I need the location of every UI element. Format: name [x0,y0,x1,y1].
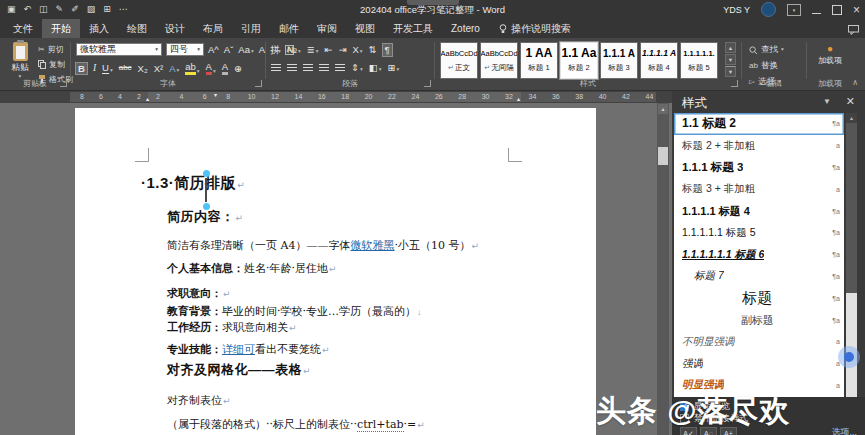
clipboard-dialog-launcher-icon[interactable] [60,80,67,87]
hyperlink[interactable]: 微软雅黑 [350,239,394,252]
hyperlink[interactable]: 详细可 [222,343,255,356]
underline-button[interactable]: U▾ [102,63,113,74]
align-right-icon[interactable] [303,64,313,72]
paste-button[interactable]: 粘贴 ▾ [5,42,35,80]
save-icon[interactable]: ▣ [7,5,16,14]
gallery-scroll-down-icon[interactable]: ▼ [725,54,736,65]
text-effects-button[interactable]: A▾ [169,64,179,74]
avatar[interactable] [761,2,776,17]
style-item-不明显强调[interactable]: 不明显强调a [674,331,844,353]
left-indent-marker[interactable]: ▴ [146,96,149,102]
bullets-icon[interactable]: ∷▾ [271,45,281,55]
highlight-color-button[interactable]: ab▾ [185,62,199,75]
styles-options-link[interactable]: 选项... [831,426,857,435]
cut-button[interactable]: ✂剪切 [38,44,73,55]
gallery-more-icon[interactable]: ▼ [725,66,736,77]
line-spacing-icon[interactable]: ⇕▾ [351,63,363,73]
enclose-characters-button[interactable]: ⊕ [234,64,242,74]
scroll-up-icon[interactable]: ▲ [658,104,668,114]
tab-布局[interactable]: 布局 [194,19,232,38]
text-cursor-gripper[interactable] [205,178,207,202]
pen-icon[interactable]: ✐ [71,5,79,14]
change-case-icon[interactable]: Aa▾ [238,45,253,55]
tab-开发工具[interactable]: 开发工具 [384,19,442,38]
tab-开始[interactable]: 开始 [42,19,80,38]
multilevel-list-icon[interactable]: ≣▾ [307,45,319,55]
picture-icon[interactable]: ▨ [87,5,96,14]
increase-indent-icon[interactable]: ⇥ [338,45,346,55]
character-shading-button[interactable]: A [222,62,228,75]
asian-layout-icon[interactable]: X▾ [352,45,362,55]
table-icon[interactable]: ⊞ [103,5,111,14]
tab-邮件[interactable]: 邮件 [270,19,308,38]
tab-插入[interactable]: 插入 [80,19,118,38]
tab-文件[interactable]: 文件 [4,19,42,38]
numbering-icon[interactable]: №▾ [287,45,301,55]
right-indent-marker[interactable]: ▴ [517,96,520,102]
justify-icon[interactable] [319,64,329,72]
italic-button[interactable]: I [93,64,96,74]
copy-button[interactable]: 复制 [38,59,73,70]
style-item-强调[interactable]: 强调a [674,353,844,375]
undo-icon[interactable]: ↶ [24,5,32,14]
tab-绘图[interactable]: 绘图 [118,19,156,38]
style-card-标题 2[interactable]: 1.1 Aa标题 2 [560,42,598,79]
tab-设计[interactable]: 设计 [156,19,194,38]
show-marks-icon[interactable]: ¶ [383,44,392,56]
style-item-标题 3 + 非加粗[interactable]: 标题 3 + 非加粗a [674,178,844,200]
styles-pane-chevron-down-icon[interactable]: ▼ [823,97,831,106]
horizontal-ruler[interactable]: ▾ ▴ ▴ 8642246810121416182022242628303234… [70,92,656,102]
close-button[interactable]: × [853,4,860,16]
tab-视图[interactable]: 视图 [346,19,384,38]
superscript-button[interactable]: X² [154,64,164,74]
tab-审阅[interactable]: 审阅 [308,19,346,38]
styles-scroll-up-icon[interactable]: ▲ [846,113,857,123]
style-card-无间隔[interactable]: AaBbCcDd↵无间隔 [480,42,518,79]
style-item-1.1.1.1.1.1 标题 6[interactable]: 1.1.1.1.1.1 标题 6¶a [674,244,844,266]
font-size-combo[interactable]: 四号▾ [166,43,204,56]
comments-icon[interactable] [848,21,859,39]
bold-button[interactable]: B [76,63,87,75]
gallery-scroll-up-icon[interactable]: ▲ [725,42,736,53]
sort-icon[interactable]: ⇅ [369,45,377,55]
replace-button[interactable]: ab替换 [749,60,784,72]
decrease-indent-icon[interactable]: ⇤ [325,45,333,55]
borders-icon[interactable]: ⊞▾ [387,63,399,73]
strikethrough-button[interactable]: abc [119,64,132,72]
addins-button[interactable]: ● 加载项 [814,43,846,65]
tab-引用[interactable]: 引用 [232,19,270,38]
shrink-font-icon[interactable]: Aˇ [224,45,234,55]
shading-icon[interactable]: ◧▾ [369,63,382,73]
restore-button[interactable] [832,5,842,15]
minimize-button[interactable] [812,5,821,14]
style-card-正文[interactable]: AaBbCcDd↵正文 [440,42,478,79]
style-item-1.1.1.1 标题 4[interactable]: 1.1.1.1 标题 4¶a [674,200,844,222]
font-color-button[interactable]: A▾ [206,62,216,75]
more-commands-icon[interactable]: ⋯ [119,5,128,14]
style-item-标题 2 + 非加粗[interactable]: 标题 2 + 非加粗a [674,135,844,157]
document-page[interactable]: ·1.3·简历排版↵简历内容：↵简洁有条理清晰（一页 A4）——字体微软雅黑·小… [75,108,596,435]
style-item-副标题[interactable]: 副标题¶a [674,309,844,331]
style-item-1.1.1 标题 3[interactable]: 1.1.1 标题 3¶a [674,157,844,179]
style-card-标题 5[interactable]: 1.1.1.1.1.标题 5 [680,42,718,79]
collapse-ribbon-icon[interactable]: ∧ [852,78,858,87]
tellme-box[interactable]: 操作说明搜索 [489,19,581,38]
find-button[interactable]: 查找▾ [749,44,784,56]
editing-icon[interactable]: ✎ [56,5,64,14]
style-card-标题 3[interactable]: 1.1.1 A标题 3 [600,42,638,79]
tab-Zotero[interactable]: Zotero [442,19,489,38]
print-preview-icon[interactable]: ◫ [39,5,48,14]
style-item-标题 7[interactable]: 标题 7¶a [674,266,844,288]
style-item-1.1.1.1.1 标题 5[interactable]: 1.1.1.1.1 标题 5¶a [674,222,844,244]
font-dialog-launcher-icon[interactable] [255,80,262,87]
grow-font-icon[interactable]: A^ [208,45,219,55]
align-left-icon[interactable] [271,64,281,72]
subscript-button[interactable]: X₂ [138,64,148,74]
align-center-icon[interactable] [287,64,297,72]
style-card-标题 4[interactable]: 1.1.1.1 A标题 4 [640,42,678,79]
styles-pane-close-icon[interactable]: ✕ [846,95,855,108]
styles-scrollbar-thumb[interactable] [846,123,857,293]
style-item-标题[interactable]: 标题¶a [674,287,844,309]
ribbon-display-options-icon[interactable]: ▾ [787,4,801,16]
style-item-1.1 标题 2[interactable]: 1.1 标题 2¶a [674,113,844,135]
